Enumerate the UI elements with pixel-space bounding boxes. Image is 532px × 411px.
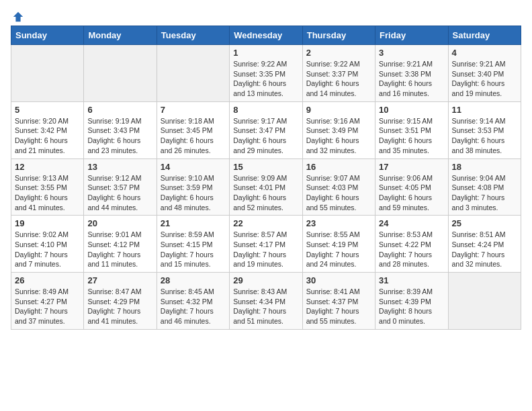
day-info: Sunrise: 9:22 AM Sunset: 3:37 PM Dayligh… <box>306 59 371 99</box>
calendar-week-1: 1Sunrise: 9:22 AM Sunset: 3:35 PM Daylig… <box>11 45 521 102</box>
day-number: 24 <box>379 218 444 228</box>
day-info: Sunrise: 9:14 AM Sunset: 3:53 PM Dayligh… <box>452 116 517 156</box>
weekday-header-tuesday: Tuesday <box>157 26 229 45</box>
logo-icon <box>12 11 24 23</box>
day-number: 12 <box>15 162 80 172</box>
day-info: Sunrise: 8:41 AM Sunset: 4:37 PM Dayligh… <box>306 287 371 326</box>
day-number: 25 <box>452 218 517 228</box>
calendar-cell: 1Sunrise: 9:22 AM Sunset: 3:35 PM Daylig… <box>230 45 302 102</box>
calendar-cell: 6Sunrise: 9:19 AM Sunset: 3:43 PM Daylig… <box>84 101 157 158</box>
calendar-cell: 13Sunrise: 9:12 AM Sunset: 3:57 PM Dayli… <box>84 158 157 216</box>
day-number: 30 <box>306 275 371 285</box>
calendar-cell: 24Sunrise: 8:53 AM Sunset: 4:22 PM Dayli… <box>375 216 448 273</box>
day-info: Sunrise: 9:06 AM Sunset: 4:05 PM Dayligh… <box>379 173 444 213</box>
day-info: Sunrise: 8:55 AM Sunset: 4:19 PM Dayligh… <box>306 230 371 269</box>
calendar-cell: 5Sunrise: 9:20 AM Sunset: 3:42 PM Daylig… <box>11 101 84 158</box>
calendar-cell: 4Sunrise: 9:21 AM Sunset: 3:40 PM Daylig… <box>448 45 521 102</box>
calendar-cell: 9Sunrise: 9:16 AM Sunset: 3:49 PM Daylig… <box>302 101 375 158</box>
day-number: 31 <box>379 275 444 285</box>
calendar-cell: 29Sunrise: 8:43 AM Sunset: 4:34 PM Dayli… <box>230 273 302 330</box>
weekday-header-thursday: Thursday <box>302 26 375 45</box>
day-info: Sunrise: 9:16 AM Sunset: 3:49 PM Dayligh… <box>306 116 371 156</box>
day-number: 21 <box>161 218 226 228</box>
day-info: Sunrise: 8:53 AM Sunset: 4:22 PM Dayligh… <box>379 230 444 269</box>
calendar-cell <box>157 45 229 102</box>
day-info: Sunrise: 8:51 AM Sunset: 4:24 PM Dayligh… <box>452 230 517 269</box>
calendar-cell: 26Sunrise: 8:49 AM Sunset: 4:27 PM Dayli… <box>11 273 84 330</box>
svg-marker-0 <box>13 12 23 21</box>
day-number: 15 <box>233 162 298 172</box>
calendar-cell: 7Sunrise: 9:18 AM Sunset: 3:45 PM Daylig… <box>157 101 229 158</box>
day-number: 28 <box>161 275 226 285</box>
day-info: Sunrise: 8:57 AM Sunset: 4:17 PM Dayligh… <box>233 230 298 269</box>
calendar-cell <box>448 273 521 330</box>
day-number: 19 <box>15 218 80 228</box>
calendar-cell: 11Sunrise: 9:14 AM Sunset: 3:53 PM Dayli… <box>448 101 521 158</box>
calendar-cell: 28Sunrise: 8:45 AM Sunset: 4:32 PM Dayli… <box>157 273 229 330</box>
calendar-cell: 20Sunrise: 9:01 AM Sunset: 4:12 PM Dayli… <box>84 216 157 273</box>
day-number: 3 <box>379 48 444 58</box>
day-info: Sunrise: 9:12 AM Sunset: 3:57 PM Dayligh… <box>87 173 152 213</box>
weekday-header-saturday: Saturday <box>448 26 521 45</box>
day-number: 8 <box>233 105 298 115</box>
calendar-week-4: 19Sunrise: 9:02 AM Sunset: 4:10 PM Dayli… <box>11 216 521 273</box>
calendar-cell: 8Sunrise: 9:17 AM Sunset: 3:47 PM Daylig… <box>230 101 302 158</box>
calendar-cell: 25Sunrise: 8:51 AM Sunset: 4:24 PM Dayli… <box>448 216 521 273</box>
day-info: Sunrise: 9:07 AM Sunset: 4:03 PM Dayligh… <box>306 173 371 213</box>
day-number: 27 <box>87 275 152 285</box>
calendar-cell: 22Sunrise: 8:57 AM Sunset: 4:17 PM Dayli… <box>230 216 302 273</box>
day-info: Sunrise: 9:19 AM Sunset: 3:43 PM Dayligh… <box>87 116 152 156</box>
calendar-cell: 21Sunrise: 8:59 AM Sunset: 4:15 PM Dayli… <box>157 216 229 273</box>
day-info: Sunrise: 8:49 AM Sunset: 4:27 PM Dayligh… <box>15 287 80 326</box>
weekday-header-friday: Friday <box>375 26 448 45</box>
day-number: 11 <box>452 105 517 115</box>
day-info: Sunrise: 8:59 AM Sunset: 4:15 PM Dayligh… <box>161 230 226 269</box>
calendar-cell: 12Sunrise: 9:13 AM Sunset: 3:55 PM Dayli… <box>11 158 84 216</box>
calendar-cell: 27Sunrise: 8:47 AM Sunset: 4:29 PM Dayli… <box>84 273 157 330</box>
day-info: Sunrise: 9:09 AM Sunset: 4:01 PM Dayligh… <box>233 173 298 213</box>
day-number: 2 <box>306 48 371 58</box>
day-info: Sunrise: 9:20 AM Sunset: 3:42 PM Dayligh… <box>15 116 80 156</box>
weekday-header-sunday: Sunday <box>11 26 84 45</box>
calendar-cell: 31Sunrise: 8:39 AM Sunset: 4:39 PM Dayli… <box>375 273 448 330</box>
day-number: 23 <box>306 218 371 228</box>
day-number: 7 <box>161 105 226 115</box>
weekday-header-row: SundayMondayTuesdayWednesdayThursdayFrid… <box>11 26 521 45</box>
weekday-header-wednesday: Wednesday <box>230 26 302 45</box>
day-number: 1 <box>233 48 298 58</box>
day-number: 18 <box>452 162 517 172</box>
day-info: Sunrise: 8:39 AM Sunset: 4:39 PM Dayligh… <box>379 287 444 326</box>
day-info: Sunrise: 8:47 AM Sunset: 4:29 PM Dayligh… <box>87 287 152 326</box>
day-info: Sunrise: 9:21 AM Sunset: 3:38 PM Dayligh… <box>379 59 444 99</box>
day-number: 6 <box>87 105 152 115</box>
calendar-cell: 16Sunrise: 9:07 AM Sunset: 4:03 PM Dayli… <box>302 158 375 216</box>
day-number: 14 <box>161 162 226 172</box>
day-info: Sunrise: 9:15 AM Sunset: 3:51 PM Dayligh… <box>379 116 444 156</box>
calendar-table: SundayMondayTuesdayWednesdayThursdayFrid… <box>11 26 521 330</box>
day-info: Sunrise: 8:45 AM Sunset: 4:32 PM Dayligh… <box>161 287 226 326</box>
day-number: 4 <box>452 48 517 58</box>
day-number: 29 <box>233 275 298 285</box>
calendar-cell: 3Sunrise: 9:21 AM Sunset: 3:38 PM Daylig… <box>375 45 448 102</box>
calendar-cell: 18Sunrise: 9:04 AM Sunset: 4:08 PM Dayli… <box>448 158 521 216</box>
calendar-cell: 17Sunrise: 9:06 AM Sunset: 4:05 PM Dayli… <box>375 158 448 216</box>
page-header <box>11 11 521 20</box>
day-number: 9 <box>306 105 371 115</box>
calendar-week-5: 26Sunrise: 8:49 AM Sunset: 4:27 PM Dayli… <box>11 273 521 330</box>
calendar-cell: 30Sunrise: 8:41 AM Sunset: 4:37 PM Dayli… <box>302 273 375 330</box>
calendar-cell: 2Sunrise: 9:22 AM Sunset: 3:37 PM Daylig… <box>302 45 375 102</box>
day-info: Sunrise: 9:13 AM Sunset: 3:55 PM Dayligh… <box>15 173 80 213</box>
calendar-week-2: 5Sunrise: 9:20 AM Sunset: 3:42 PM Daylig… <box>11 101 521 158</box>
day-number: 26 <box>15 275 80 285</box>
day-number: 22 <box>233 218 298 228</box>
day-info: Sunrise: 8:43 AM Sunset: 4:34 PM Dayligh… <box>233 287 298 326</box>
day-info: Sunrise: 9:10 AM Sunset: 3:59 PM Dayligh… <box>161 173 226 213</box>
weekday-header-monday: Monday <box>84 26 157 45</box>
day-number: 16 <box>306 162 371 172</box>
calendar-cell: 14Sunrise: 9:10 AM Sunset: 3:59 PM Dayli… <box>157 158 229 216</box>
day-info: Sunrise: 9:18 AM Sunset: 3:45 PM Dayligh… <box>161 116 226 156</box>
calendar-cell: 15Sunrise: 9:09 AM Sunset: 4:01 PM Dayli… <box>230 158 302 216</box>
calendar-week-3: 12Sunrise: 9:13 AM Sunset: 3:55 PM Dayli… <box>11 158 521 216</box>
day-info: Sunrise: 9:22 AM Sunset: 3:35 PM Dayligh… <box>233 59 298 99</box>
day-number: 5 <box>15 105 80 115</box>
